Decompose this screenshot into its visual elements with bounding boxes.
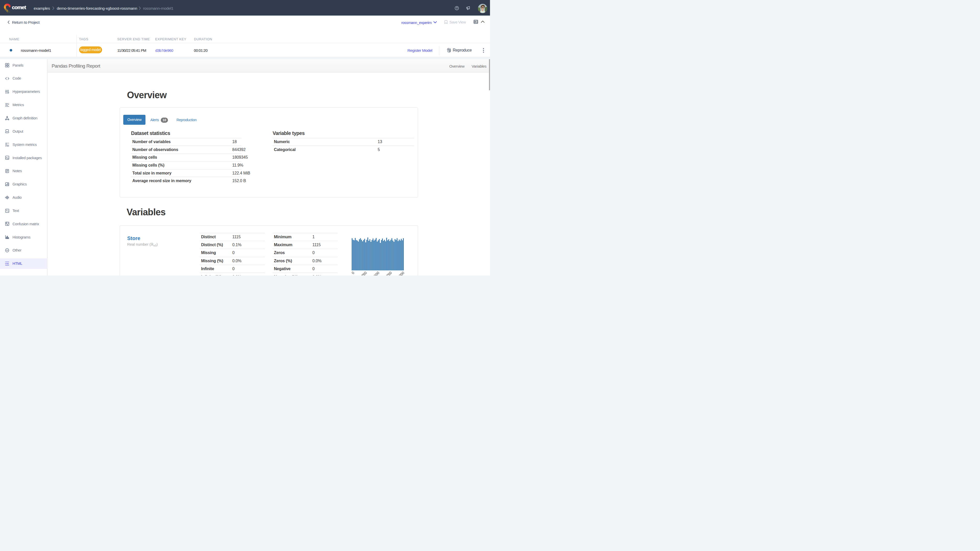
svg-text:HTML: HTML bbox=[5, 263, 9, 265]
svg-text:T: T bbox=[7, 210, 8, 212]
svg-text:Py: Py bbox=[6, 157, 8, 159]
